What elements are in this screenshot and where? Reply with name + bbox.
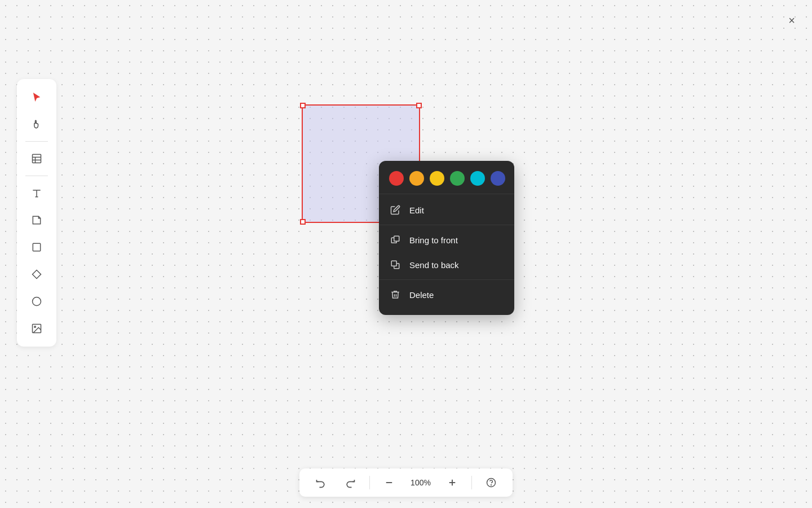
circle-tool[interactable] [24,289,49,314]
delete-menu-item[interactable]: Delete [379,282,514,307]
pencil-icon [389,204,401,216]
cursor-icon [31,91,42,103]
zoom-out-button[interactable] [379,472,399,493]
handle-top-right[interactable] [416,103,422,108]
divider-after-edit [379,225,514,225]
text-tool[interactable] [24,181,49,205]
diamond-tool[interactable] [24,262,49,287]
svg-rect-11 [391,261,396,266]
zoom-level-display: 100% [408,478,433,487]
handle-bottom-left[interactable] [300,219,306,225]
color-swatch-yellow[interactable] [430,171,444,186]
close-button[interactable]: × [783,11,801,29]
note-tool[interactable] [24,208,49,233]
help-icon [486,477,497,488]
cursor-tool[interactable] [24,85,49,110]
redo-icon [345,477,356,488]
rect-tool[interactable] [24,235,49,260]
bottom-toolbar: 100% [299,468,513,497]
close-icon: × [788,14,795,27]
diamond-icon [31,269,42,280]
send-to-back-menu-item[interactable]: Send to back [379,252,514,277]
zoom-in-button[interactable] [442,472,462,493]
zoom-in-icon [447,478,457,488]
edit-label: Edit [409,205,424,215]
bring-to-front-menu-item[interactable]: Bring to front [379,227,514,252]
context-menu: Edit Bring to front Send to back [379,161,514,315]
text-icon [31,187,42,199]
bring-to-front-label: Bring to front [409,235,458,245]
zoom-out-icon [384,478,394,488]
undo-button[interactable] [311,472,331,493]
divider-before-delete [379,279,514,280]
trash-icon [389,288,401,301]
svg-point-16 [491,485,492,485]
color-swatch-cyan[interactable] [470,171,485,186]
send-to-back-label: Send to back [409,260,459,270]
hand-tool[interactable] [24,112,49,137]
divider-help [471,476,472,489]
svg-point-5 [33,297,41,306]
circle-icon [31,296,42,307]
color-swatch-green[interactable] [450,171,465,186]
table-tool[interactable] [24,146,49,171]
hand-icon [31,119,42,130]
left-toolbar [17,79,56,347]
table-icon [31,153,42,164]
divider-2 [25,176,48,176]
svg-rect-4 [33,243,40,251]
rect-icon [31,242,42,253]
svg-point-7 [34,326,36,328]
color-swatch-indigo[interactable] [491,171,505,186]
svg-rect-9 [394,236,399,241]
divider-zoom [369,476,370,489]
svg-rect-0 [33,155,41,163]
color-swatch-row [379,169,514,194]
delete-label: Delete [409,290,434,300]
undo-icon [315,477,326,488]
bring-front-icon [389,234,401,246]
redo-button[interactable] [340,472,360,493]
color-swatch-orange[interactable] [409,171,424,186]
color-swatch-red[interactable] [389,171,404,186]
send-back-icon [389,259,401,271]
image-icon [31,323,42,334]
edit-menu-item[interactable]: Edit [379,198,514,222]
divider-1 [25,141,48,142]
help-button[interactable] [481,472,501,493]
image-tool[interactable] [24,316,49,341]
handle-top-left[interactable] [300,103,306,108]
note-icon [31,214,42,226]
